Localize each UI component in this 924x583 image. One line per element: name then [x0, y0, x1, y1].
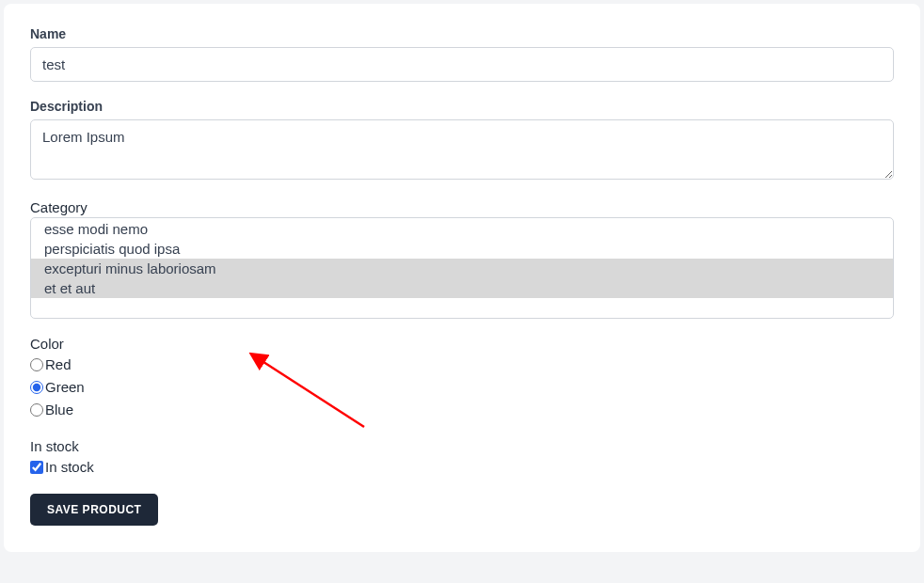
instock-label: In stock: [30, 438, 894, 454]
name-label: Name: [30, 26, 894, 41]
description-label: Description: [30, 99, 894, 114]
color-label: Color: [30, 336, 894, 352]
category-option[interactable]: esse modi nemo: [31, 219, 893, 239]
color-option-red: Red: [30, 354, 894, 376]
category-option[interactable]: perspiciatis quod ipsa: [31, 239, 893, 259]
name-input[interactable]: [30, 47, 894, 82]
category-label: Category: [30, 199, 894, 215]
save-product-button[interactable]: SAVE PRODUCT: [30, 494, 158, 526]
category-option[interactable]: excepturi minus laboriosam: [31, 259, 893, 278]
category-option[interactable]: et et aut: [31, 278, 893, 298]
product-form-card: Name Description Category eligendi repre…: [4, 4, 920, 552]
color-option-blue: Blue: [30, 399, 894, 421]
name-group: Name: [30, 26, 894, 82]
instock-checkbox-label: In stock: [45, 456, 94, 479]
color-radio-green[interactable]: [30, 381, 43, 394]
color-radio-red[interactable]: [30, 358, 43, 371]
color-radio-blue[interactable]: [30, 403, 43, 417]
category-select[interactable]: eligendi reprehenderit qui esse modi nem…: [30, 217, 894, 319]
description-textarea[interactable]: [30, 119, 894, 180]
color-option-green: Green: [30, 376, 894, 399]
category-group: Category eligendi reprehenderit qui esse…: [30, 199, 894, 319]
color-group: Color Red Green Blue: [30, 336, 894, 421]
instock-row: In stock: [30, 456, 894, 479]
color-radio-label: Blue: [45, 399, 73, 421]
color-radio-label: Green: [45, 376, 85, 399]
description-group: Description: [30, 99, 894, 182]
instock-checkbox[interactable]: [30, 461, 43, 474]
instock-group: In stock In stock: [30, 438, 894, 479]
color-radio-label: Red: [45, 354, 72, 376]
